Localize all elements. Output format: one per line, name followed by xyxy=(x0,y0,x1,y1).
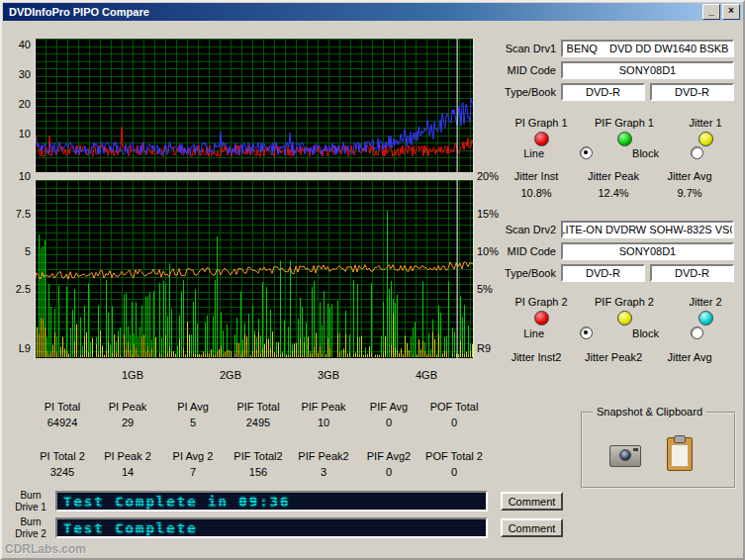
stat-value: 3 xyxy=(291,466,356,478)
stat-value: 2495 xyxy=(226,417,291,428)
type-2a-field[interactable]: DVD-R xyxy=(561,264,645,282)
jitter-peak-1-label: Jitter Peak xyxy=(578,170,649,182)
stat-pif-peak-2: PIF Peak23 xyxy=(291,450,356,478)
close-icon: × xyxy=(728,6,734,16)
titlebar[interactable]: DVDInfoPro PIPO Compare _ × xyxy=(3,3,742,21)
snapshot-group-title: Snapshot & Clipboard xyxy=(593,406,706,418)
jitter-peak-1-value: 12.4% xyxy=(578,187,649,199)
block-2-radio[interactable] xyxy=(691,327,703,339)
pi-graph-1-led-icon xyxy=(534,132,549,146)
y-tick: 10 xyxy=(7,128,31,140)
y-tick: 20 xyxy=(7,98,31,110)
mid-code-1-label: MID Code xyxy=(495,64,556,76)
pif-graph-2-led-icon xyxy=(617,311,632,326)
stat-pi-peak: PI Peak29 xyxy=(95,401,160,428)
stat-label: PIF Total2 xyxy=(226,450,291,462)
window-title: DVDInfoPro PIPO Compare xyxy=(9,6,700,18)
stat-label: PI Total 2 xyxy=(30,450,95,462)
stat-value: 156 xyxy=(226,466,291,478)
burn-drive-1-label: Burn Drive 1 xyxy=(8,490,53,513)
y-tick: 2.5 xyxy=(7,283,31,295)
stat-pi-avg-2: PI Avg 27 xyxy=(160,450,226,478)
stat-label: PIF Peak xyxy=(291,401,356,413)
comment-button-drive1[interactable]: Comment xyxy=(501,492,563,511)
stat-label: PIF Avg xyxy=(356,401,421,413)
stat-pi-avg: PI Avg5 xyxy=(160,401,226,428)
pif-jitter-chart xyxy=(35,180,474,358)
burn-drive-2-label: Burn Drive 2 xyxy=(8,516,53,540)
cdrlabs-watermark: CDRLabs.com xyxy=(5,542,86,556)
pi-chart xyxy=(35,39,474,172)
stat-pif-peak: PIF Peak10 xyxy=(291,401,356,428)
jitter-inst-1-label: Jitter Inst xyxy=(501,170,572,182)
mid-code-1-field[interactable]: SONY08D1 xyxy=(561,61,734,79)
jitter-1-led-icon xyxy=(698,132,713,146)
stat-label: PIF Peak2 xyxy=(291,450,356,462)
type-book-2-label: Type/Book xyxy=(495,267,556,279)
clipboard-icon[interactable] xyxy=(667,437,693,471)
jitter-2-led-icon xyxy=(698,311,713,326)
y-tick: 40 xyxy=(7,39,31,50)
stat-label: POF Total 2 xyxy=(421,450,487,462)
stat-pif-avg-2: PIF Avg20 xyxy=(356,450,421,478)
stat-label: PI Avg xyxy=(160,401,226,413)
close-button[interactable]: × xyxy=(722,4,740,20)
comment-button-drive2[interactable]: Comment xyxy=(501,518,563,537)
y-tick: 5 xyxy=(7,245,31,257)
stat-label: PIF Avg2 xyxy=(356,450,421,462)
stats-row-drive1: PI Total64924 PI Peak29 PI Avg5 PIF Tota… xyxy=(30,401,487,428)
line-2-radio[interactable] xyxy=(580,327,593,339)
stat-pif-total-2: PIF Total2156 xyxy=(226,450,291,478)
camera-icon[interactable] xyxy=(609,445,641,467)
legend-label: Jitter 2 xyxy=(689,296,721,308)
jitter-avg-1-value: 9.7% xyxy=(654,187,725,199)
block-1-radio[interactable] xyxy=(691,146,703,159)
stat-value: 0 xyxy=(421,466,487,478)
legend-pif-graph-1: PIF Graph 1 xyxy=(588,117,661,146)
burn-label-line: Burn xyxy=(20,490,41,501)
minimize-button[interactable]: _ xyxy=(702,4,720,20)
scan-drv2-field[interactable]: LITE-ON DVDRW SOHW-832S VS0 xyxy=(561,221,734,238)
y-tick: 10 xyxy=(7,170,31,182)
lcd-text: Test Complete xyxy=(63,520,198,536)
y-tick: 30 xyxy=(7,68,31,80)
stat-value: 29 xyxy=(95,417,160,428)
line-1-radio[interactable] xyxy=(580,146,593,159)
stat-label: PI Total xyxy=(30,401,95,413)
legend-jitter-1: Jitter 1 xyxy=(669,117,742,146)
jitter-peak-2-label: Jitter Peak2 xyxy=(578,351,649,363)
legend-pi-graph-1: PI Graph 1 xyxy=(505,117,578,146)
type-2b-field[interactable]: DVD-R xyxy=(650,264,734,282)
burn-label-line: Burn xyxy=(20,516,41,527)
mid-code-2-field[interactable]: SONY08D1 xyxy=(561,242,734,260)
burn-label-line: Drive 2 xyxy=(15,528,47,539)
stat-label: PI Peak 2 xyxy=(95,450,160,462)
mid-code-2-label: MID Code xyxy=(495,245,556,257)
jitter-avg-1-label: Jitter Avg xyxy=(654,170,725,182)
stat-label: PIF Total xyxy=(226,401,291,413)
corner-label-left: L9 xyxy=(7,342,31,354)
type-1a-field[interactable]: DVD-R xyxy=(561,83,645,101)
line-2-label: Line xyxy=(509,327,544,339)
scan-drv1-field[interactable]: BENQ DVD DD DW1640 BSKB xyxy=(561,40,734,57)
type-1b-field[interactable]: DVD-R xyxy=(650,83,734,101)
stat-pof-total: POF Total0 xyxy=(421,401,487,428)
stat-value: 0 xyxy=(356,417,421,428)
scan-drv2-label: Scan Drv2 xyxy=(495,224,556,235)
y-tick-percent: 5% xyxy=(477,283,507,295)
stat-label: PI Peak xyxy=(95,401,160,413)
legend-pi-graph-2: PI Graph 2 xyxy=(505,296,578,326)
lcd-display-drive1: Test Complete in 09:36 xyxy=(55,491,488,512)
scan-drv1-label: Scan Drv1 xyxy=(495,43,556,54)
stat-pif-total: PIF Total2495 xyxy=(226,401,291,428)
legend-jitter-2: Jitter 2 xyxy=(669,296,742,326)
stat-value: 14 xyxy=(95,466,160,478)
stat-value: 0 xyxy=(356,466,421,478)
stat-pi-total-2: PI Total 23245 xyxy=(30,450,95,478)
type-book-1-label: Type/Book xyxy=(495,86,556,98)
block-2-label: Block xyxy=(619,327,659,339)
stat-label: PI Avg 2 xyxy=(160,450,226,462)
pif-graph-1-led-icon xyxy=(617,132,632,146)
y-tick: 7.5 xyxy=(7,208,31,220)
legend-label: PIF Graph 1 xyxy=(595,117,654,129)
